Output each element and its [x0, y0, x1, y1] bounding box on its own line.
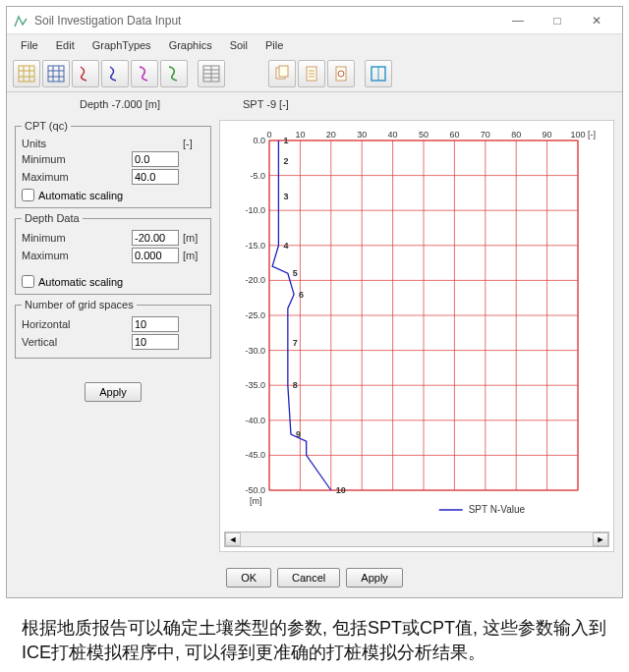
grid-vert-label: Vertical: [22, 336, 132, 348]
cpt-min-label: Minimum: [22, 153, 132, 165]
tool-curve3-icon[interactable]: [131, 60, 158, 87]
depth-max-unit: [m]: [183, 250, 204, 261]
svg-text:80: 80: [511, 130, 521, 140]
depth-min-input[interactable]: [132, 230, 179, 246]
svg-text:-50.0: -50.0: [245, 485, 265, 495]
svg-text:0: 0: [266, 130, 271, 140]
svg-text:40: 40: [388, 130, 398, 140]
depth-min-unit: [m]: [183, 232, 204, 244]
tool-curve1-icon[interactable]: [72, 60, 99, 87]
svg-rect-0: [19, 66, 34, 82]
svg-text:SPT N-Value: SPT N-Value: [469, 504, 526, 515]
svg-text:[m]: [m]: [250, 496, 262, 506]
svg-text:60: 60: [449, 130, 459, 140]
svg-text:-35.0: -35.0: [245, 380, 265, 390]
titlebar: Soil Investigation Data Input — □ ✕: [7, 7, 622, 34]
tool-doc2-icon[interactable]: [327, 60, 355, 87]
svg-text:50: 50: [419, 130, 429, 140]
chart-panel: 0102030405060708090100[-]0.0-5.0-10.0-15…: [219, 120, 614, 552]
tool-table-icon[interactable]: [198, 60, 225, 87]
svg-rect-1: [48, 66, 64, 82]
svg-text:[-]: [-]: [588, 130, 596, 140]
svg-text:20: 20: [326, 130, 336, 140]
spt-chart: 0102030405060708090100[-]0.0-5.0-10.0-15…: [224, 127, 609, 530]
toolbar: [7, 56, 622, 92]
grid-vert-input[interactable]: [132, 334, 179, 350]
svg-text:8: 8: [293, 380, 298, 390]
svg-text:-25.0: -25.0: [245, 310, 265, 320]
svg-text:10: 10: [295, 130, 305, 140]
svg-text:70: 70: [481, 130, 490, 140]
ok-button[interactable]: OK: [226, 568, 271, 588]
depth-max-label: Maximum: [22, 250, 132, 261]
close-button[interactable]: ✕: [577, 7, 616, 34]
depth-max-input[interactable]: [132, 248, 179, 263]
scroll-left-icon[interactable]: ◄: [225, 532, 241, 546]
menu-edit[interactable]: Edit: [48, 36, 83, 54]
depth-readout: Depth -7.000 [m]: [17, 98, 223, 110]
svg-text:1: 1: [283, 136, 288, 145]
app-icon: [13, 13, 29, 28]
cpt-auto-checkbox[interactable]: [22, 189, 34, 201]
window-title: Soil Investigation Data Input: [34, 14, 498, 28]
tool-copy-icon[interactable]: [268, 60, 296, 87]
svg-text:-40.0: -40.0: [245, 416, 265, 425]
svg-text:-10.0: -10.0: [245, 205, 265, 215]
cpt-max-input[interactable]: [132, 169, 179, 185]
depth-group: Depth Data Minimum [m] Maximum [m] Autom…: [15, 212, 211, 295]
menubar: File Edit GraphTypes Graphics Soil Pile: [7, 34, 622, 56]
svg-text:-45.0: -45.0: [245, 450, 265, 460]
depth-min-label: Minimum: [22, 232, 132, 244]
svg-text:-30.0: -30.0: [245, 346, 265, 356]
spt-readout: SPT -9 [-]: [223, 98, 612, 110]
tool-curve4-icon[interactable]: [160, 60, 188, 87]
svg-text:100: 100: [570, 130, 585, 140]
depth-auto-label: Automatic scaling: [38, 276, 123, 288]
dialog-buttons: OK Cancel Apply: [7, 560, 622, 597]
svg-rect-4: [279, 66, 288, 77]
svg-text:9: 9: [296, 429, 301, 439]
svg-text:0.0: 0.0: [253, 136, 265, 145]
svg-text:90: 90: [543, 130, 552, 140]
cpt-min-input[interactable]: [132, 151, 179, 167]
svg-text:3: 3: [283, 192, 288, 201]
chart-h-scrollbar[interactable]: ◄ ►: [224, 532, 609, 547]
svg-text:6: 6: [299, 290, 304, 300]
apply-side-button[interactable]: Apply: [85, 382, 142, 402]
scroll-right-icon[interactable]: ►: [593, 532, 608, 546]
menu-file[interactable]: File: [13, 36, 46, 54]
minimize-button[interactable]: —: [498, 7, 538, 34]
tool-curve2-icon[interactable]: [101, 60, 129, 87]
menu-soil[interactable]: Soil: [222, 36, 256, 54]
svg-text:4: 4: [283, 241, 288, 251]
app-window: Soil Investigation Data Input — □ ✕ File…: [6, 6, 623, 598]
menu-graphics[interactable]: Graphics: [161, 36, 220, 54]
caption-text: 根据地质报告可以确定土壤类型的参数, 包括SPT或CPT值, 这些参数输入到IC…: [0, 604, 629, 672]
cpt-max-label: Maximum: [22, 171, 132, 183]
menu-graphtypes[interactable]: GraphTypes: [85, 36, 159, 54]
menu-pile[interactable]: Pile: [257, 36, 291, 54]
grid-legend: Number of grid spaces: [22, 299, 137, 310]
apply-button[interactable]: Apply: [346, 568, 403, 588]
tool-window-icon[interactable]: [365, 60, 392, 87]
grid-horiz-input[interactable]: [132, 316, 179, 332]
maximize-button[interactable]: □: [538, 7, 577, 34]
depth-auto-checkbox[interactable]: [22, 275, 34, 288]
cpt-units-value: [-]: [183, 138, 204, 149]
svg-text:2: 2: [283, 156, 288, 166]
svg-text:7: 7: [293, 338, 298, 348]
left-panel: CPT (qc) Units [-] Minimum Maximum: [15, 120, 211, 552]
info-row: Depth -7.000 [m] SPT -9 [-]: [7, 92, 622, 116]
depth-legend: Depth Data: [22, 212, 83, 224]
svg-text:10: 10: [336, 485, 346, 495]
cpt-units-label: Units: [22, 138, 179, 149]
tool-grid2-icon[interactable]: [42, 60, 70, 87]
svg-text:-5.0: -5.0: [250, 171, 265, 181]
tool-grid1-icon[interactable]: [13, 60, 40, 87]
cancel-button[interactable]: Cancel: [277, 568, 340, 588]
svg-text:5: 5: [293, 268, 298, 278]
cpt-group: CPT (qc) Units [-] Minimum Maximum: [15, 120, 211, 208]
tool-doc1-icon[interactable]: [298, 60, 325, 87]
cpt-legend: CPT (qc): [22, 120, 71, 132]
svg-text:-20.0: -20.0: [245, 275, 265, 285]
